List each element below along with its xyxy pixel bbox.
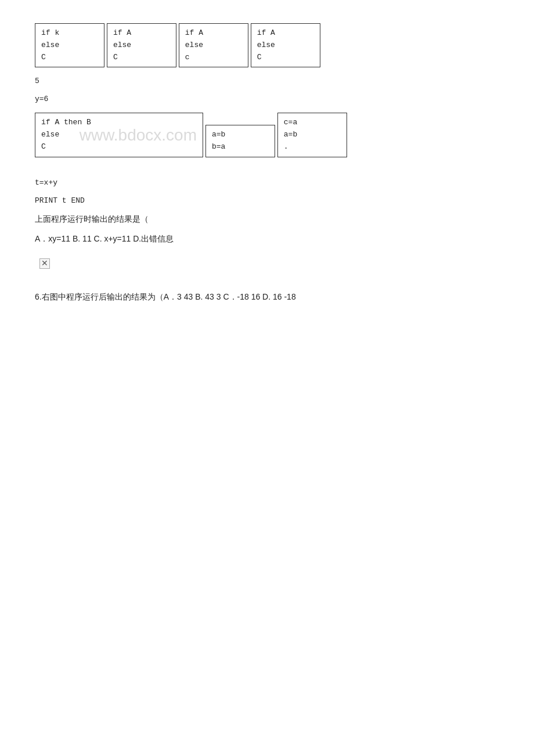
- code-line: c=a: [284, 117, 341, 129]
- code-line: C: [41, 141, 197, 153]
- code-line: if A: [185, 27, 242, 39]
- code-line: if k: [41, 27, 98, 39]
- code-line: a=b: [212, 129, 269, 141]
- options-text: A．xy=11 B. 11 C. x+y=11 D.出错信息: [35, 234, 499, 244]
- code-line: C: [113, 52, 170, 64]
- y-equals-6: y=6: [35, 95, 499, 103]
- code-line: else: [41, 39, 98, 52]
- code-line: if A: [257, 27, 314, 39]
- code-line: else: [41, 129, 197, 141]
- code-line: C: [41, 52, 98, 64]
- question-text: 上面程序运行时输出的结果是（: [35, 214, 499, 225]
- code-line: .: [284, 141, 341, 153]
- checkbox-icon[interactable]: [39, 258, 50, 269]
- code-line: a=b: [284, 129, 341, 141]
- code-line: else: [185, 39, 242, 52]
- page-content: if k else C if A else C if A else c if A…: [35, 23, 499, 303]
- code-line: C: [257, 52, 314, 64]
- question-6-text: 6.右图中程序运行后输出的结果为（A．3 43 B. 43 3 C．-18 16…: [35, 292, 499, 303]
- code-block-2: if A else C: [107, 23, 176, 67]
- print-line: PRINT t END: [35, 196, 499, 205]
- standalone-number: 5: [35, 77, 499, 85]
- code-line: if A: [113, 27, 170, 39]
- code-line: c: [185, 52, 242, 64]
- code-block-3: if A else c: [179, 23, 248, 67]
- code-line: if A then B: [41, 117, 197, 129]
- code-line: b=a: [212, 141, 269, 153]
- code-block-ab: a=b b=a: [205, 125, 275, 157]
- code-block-ca: c=a a=b .: [277, 113, 347, 157]
- code-line: else: [257, 39, 314, 52]
- code-block-4: if A else C: [251, 23, 320, 67]
- t-equals-xy: t=x+y: [35, 178, 499, 187]
- code-block-then: if A then B else C www.bdocx.com: [35, 113, 203, 157]
- checkbox-area: [35, 254, 499, 278]
- code-block-1: if k else C: [35, 23, 104, 67]
- code-line: else: [113, 39, 170, 52]
